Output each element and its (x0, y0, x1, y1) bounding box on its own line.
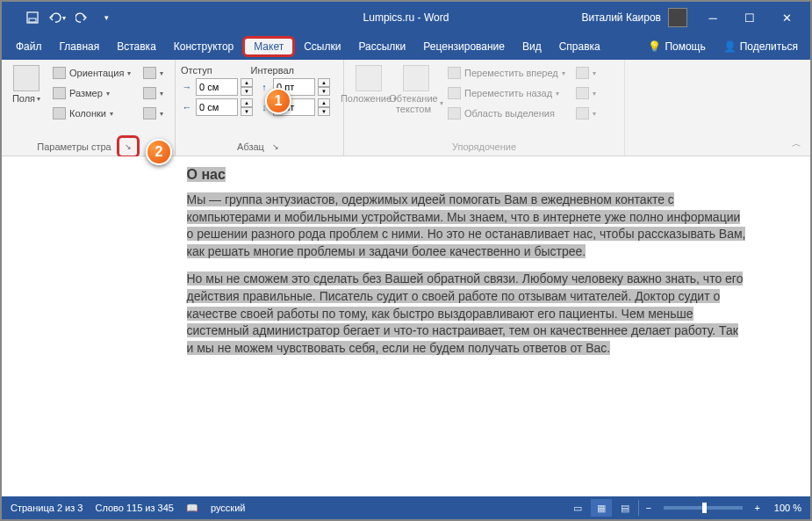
collapse-ribbon-icon[interactable]: ︿ (792, 137, 801, 150)
redo-icon[interactable] (70, 6, 93, 29)
tab-file[interactable]: Файл (7, 36, 51, 57)
quick-access-toolbar: ▾ ▾ (2, 6, 118, 29)
selection-icon (448, 107, 461, 119)
ribbon: Поля▾ Ориентация▾ Размер▾ Колонки▾ ▾ ▾ ▾… (2, 60, 810, 156)
status-words[interactable]: Слово 115 из 345 (95, 503, 174, 513)
columns-button[interactable]: Колонки▾ (49, 104, 134, 123)
selection-pane-button: Область выделения (444, 104, 569, 123)
group-paragraph: Отступ Интервал →0 см▲▼ ←0 см▲▼ ↑0 пт▲▼ … (176, 60, 344, 156)
paragraph-launcher[interactable]: ↘ (269, 141, 282, 153)
tab-view[interactable]: Вид (514, 36, 550, 57)
send-backward-button: Переместить назад▾ (444, 83, 569, 103)
margins-icon (13, 65, 40, 91)
indent-left-icon: → (181, 81, 193, 93)
breaks-button[interactable]: ▾ (140, 63, 167, 83)
rotate-button: ▾ (572, 104, 600, 123)
svg-rect-1 (29, 18, 36, 22)
group-paragraph-label: Абзац (237, 141, 264, 152)
bring-forward-button: Переместить вперед▾ (444, 63, 569, 83)
hyphenation-button[interactable]: ▾ (140, 104, 167, 123)
callout-2: 2 (146, 139, 172, 165)
group-page-setup-label: Параметры стра (37, 141, 111, 152)
close-button[interactable]: ✕ (768, 2, 805, 33)
tab-help[interactable]: Справка (550, 36, 609, 57)
doc-heading[interactable]: О нас (187, 167, 226, 182)
line-numbers-button[interactable]: ▾ (140, 83, 167, 103)
doc-paragraph[interactable]: Мы — группа энтузиастов, одержимых идеей… (187, 192, 749, 260)
page-setup-launcher[interactable]: ↘ (117, 135, 140, 158)
tab-insert[interactable]: Вставка (108, 36, 165, 57)
window-title: Lumpics.ru - Word (363, 11, 449, 24)
position-button: Положение▾ (349, 63, 388, 105)
titlebar: ▾ ▾ Lumpics.ru - Word Виталий Каиров ─ ☐… (2, 2, 810, 33)
align-icon (576, 67, 589, 79)
statusbar: Страница 2 из 3 Слово 115 из 345 📖 русск… (2, 496, 810, 519)
hyphenation-icon (143, 107, 156, 119)
position-icon (356, 65, 382, 91)
tab-design[interactable]: Конструктор (165, 36, 242, 57)
wrap-text-button: Обтекание текстом▾ (392, 63, 441, 116)
qat-customize-icon[interactable]: ▾ (95, 6, 118, 29)
indent-left-field[interactable]: →0 см▲▼ (181, 77, 253, 97)
tab-references[interactable]: Ссылки (295, 36, 349, 57)
page: О нас Мы — группа энтузиастов, одержимых… (64, 167, 749, 357)
margins-button[interactable]: Поля▾ (7, 63, 46, 105)
tab-mailings[interactable]: Рассылки (349, 36, 414, 57)
zoom-level[interactable]: 100 % (774, 503, 801, 513)
spacing-label: Интервал (251, 65, 294, 76)
orientation-button[interactable]: Ориентация▾ (49, 63, 134, 83)
align-button: ▾ (572, 63, 600, 83)
minimize-button[interactable]: ─ (694, 2, 731, 33)
user-name[interactable]: Виталий Каиров (581, 11, 661, 24)
zoom-in-button[interactable]: + (751, 503, 765, 513)
view-read-mode[interactable]: ▭ (567, 499, 588, 517)
size-button[interactable]: Размер▾ (49, 83, 134, 103)
lightbulb-icon: 💡 (648, 40, 661, 53)
forward-icon (448, 67, 461, 79)
indent-right-field[interactable]: ←0 см▲▼ (181, 98, 253, 117)
rotate-icon (576, 107, 589, 119)
tab-layout[interactable]: Макет (242, 36, 295, 57)
indent-label: Отступ (181, 65, 212, 76)
group-icon (576, 87, 589, 99)
indent-right-icon: ← (181, 101, 193, 113)
wrap-icon (403, 65, 429, 91)
size-icon (53, 87, 66, 99)
line-numbers-icon (143, 87, 156, 99)
backward-icon (448, 87, 461, 99)
maximize-button[interactable]: ☐ (731, 2, 768, 33)
share-button[interactable]: 👤Поделиться (716, 37, 805, 56)
group-objects-button: ▾ (572, 83, 600, 103)
zoom-slider[interactable] (664, 506, 743, 510)
callout-1: 1 (265, 88, 291, 114)
avatar[interactable] (668, 8, 687, 27)
columns-icon (53, 107, 66, 119)
view-print-layout[interactable]: ▦ (591, 499, 612, 517)
tell-me-button[interactable]: 💡Помощь (641, 37, 712, 56)
zoom-out-button[interactable]: − (642, 503, 656, 513)
status-page[interactable]: Страница 2 из 3 (11, 503, 83, 513)
share-icon: 👤 (723, 40, 737, 53)
group-arrange: Положение▾ Обтекание текстом▾ Переместит… (344, 60, 625, 156)
status-language[interactable]: русский (211, 503, 245, 513)
status-proofing-icon[interactable]: 📖 (186, 503, 198, 514)
tab-home[interactable]: Главная (51, 36, 109, 57)
breaks-icon (143, 67, 156, 79)
view-web-layout[interactable]: ▤ (614, 499, 636, 517)
save-icon[interactable] (21, 6, 44, 29)
tab-review[interactable]: Рецензирование (414, 36, 514, 57)
group-arrange-label: Упорядочение (452, 141, 516, 152)
undo-icon[interactable]: ▾ (46, 6, 68, 29)
document-area[interactable]: О нас Мы — группа энтузиастов, одержимых… (2, 156, 810, 490)
ribbon-tabs: Файл Главная Вставка Конструктор Макет С… (2, 33, 810, 60)
doc-paragraph[interactable]: Но мы не сможем это сделать без Вашей об… (187, 271, 749, 357)
orientation-icon (53, 67, 66, 79)
